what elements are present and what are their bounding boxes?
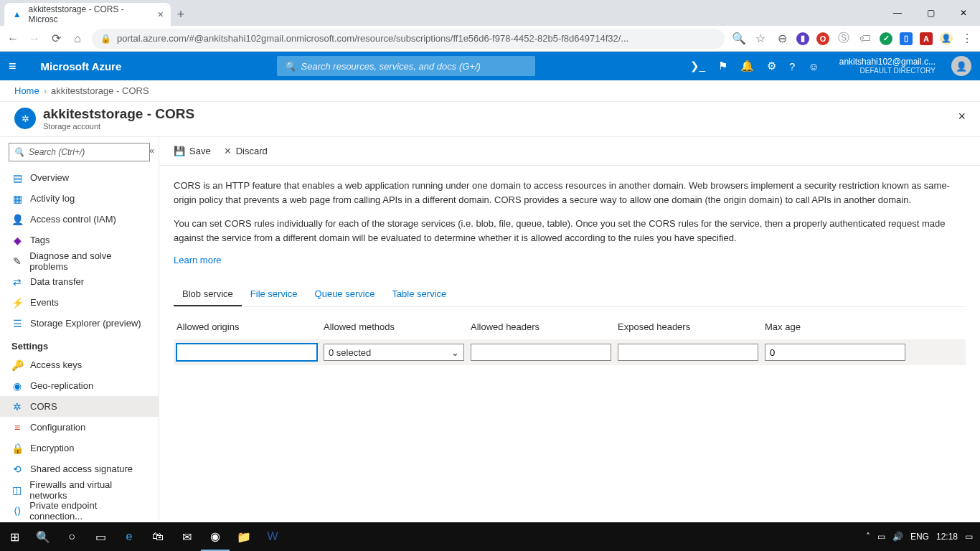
back-icon[interactable]: ← bbox=[6, 32, 20, 45]
sidebar-search-placeholder: Search (Ctrl+/) bbox=[29, 147, 85, 157]
extensions: ⊖ ▮ O Ⓢ 🏷 ✓ ▯ A 👤 ⋮ bbox=[775, 31, 974, 46]
user-email: ankitshahi102@gmail.c... bbox=[839, 57, 936, 67]
sidebar-item-geo-replication[interactable]: ◉Geo-replication bbox=[0, 375, 159, 396]
ext-4-icon[interactable]: ▯ bbox=[900, 32, 913, 45]
settings-icon[interactable]: ⚙ bbox=[767, 60, 776, 72]
sidebar-item-configuration[interactable]: ≡Configuration bbox=[0, 417, 159, 438]
sidebar-item-diagnose-and-solve-problems[interactable]: ✎Diagnose and solve problems bbox=[0, 250, 159, 271]
cloud-shell-icon[interactable]: ❯_ bbox=[690, 60, 705, 72]
user-avatar[interactable]: 👤 bbox=[951, 56, 971, 76]
forward-icon[interactable]: → bbox=[27, 32, 42, 45]
action-center-icon[interactable]: ▭ bbox=[965, 532, 973, 542]
taskbar-search-icon[interactable]: 🔍 bbox=[29, 522, 57, 551]
window-close[interactable]: ✕ bbox=[947, 0, 980, 26]
sidebar-search-input[interactable]: 🔍 Search (Ctrl+/) bbox=[9, 143, 150, 161]
ext-skype-icon[interactable]: Ⓢ bbox=[837, 31, 851, 46]
tab-queue-service[interactable]: Queue service bbox=[306, 283, 384, 306]
allowed-origins-input[interactable] bbox=[176, 344, 317, 361]
ext-3-icon[interactable]: ✓ bbox=[880, 32, 892, 45]
sidebar-item-access-keys[interactable]: 🔑Access keys bbox=[0, 354, 159, 375]
sidebar-item-private-endpoint-connection-[interactable]: ⟨⟩Private endpoint connection... bbox=[0, 500, 159, 520]
taskbar-language[interactable]: ENG bbox=[910, 532, 929, 542]
sidebar-item-overview[interactable]: ▤Overview bbox=[0, 167, 159, 188]
tab-table-service[interactable]: Table service bbox=[383, 283, 455, 306]
word-icon[interactable]: W bbox=[258, 522, 287, 551]
discard-icon: ✕ bbox=[224, 146, 232, 156]
column-header: Allowed headers bbox=[468, 321, 615, 332]
edge-icon[interactable]: e bbox=[115, 522, 143, 551]
taskbar-clock[interactable]: 12:18 bbox=[936, 532, 958, 542]
allowed-methods-select[interactable]: 0 selected ⌄ bbox=[324, 344, 464, 361]
sidebar-item-firewalls-and-virtual-networks[interactable]: ◫Firewalls and virtual networks bbox=[0, 479, 159, 500]
nav-icon: ⚡ bbox=[11, 297, 23, 309]
home-icon[interactable]: ⌂ bbox=[70, 32, 85, 45]
nav-label: Geo-replication bbox=[30, 380, 93, 391]
ext-tag-icon[interactable]: 🏷 bbox=[858, 32, 872, 45]
discard-button[interactable]: ✕ Discard bbox=[224, 146, 268, 156]
explorer-icon[interactable]: 📁 bbox=[230, 522, 258, 551]
breadcrumb-sep: › bbox=[44, 85, 47, 96]
browser-tab[interactable]: ▲ akkiteststorage - CORS - Microsc × bbox=[4, 3, 171, 26]
cors-description-2: You can set CORS rules individually for … bbox=[174, 217, 966, 245]
exposed-headers-input[interactable] bbox=[618, 344, 758, 361]
sidebar-item-cors[interactable]: ✲CORS bbox=[0, 396, 159, 417]
sidebar-item-data-transfer[interactable]: ⇄Data transfer bbox=[0, 271, 159, 292]
nav-label: Data transfer bbox=[30, 276, 84, 287]
blade-close-icon[interactable]: × bbox=[958, 109, 966, 124]
address-bar[interactable]: 🔒 portal.azure.com/#@ankitshahi102gmail.… bbox=[92, 29, 725, 49]
notifications-icon[interactable]: 🔔 bbox=[740, 60, 754, 72]
url-text: portal.azure.com/#@ankitshahi102gmail.on… bbox=[117, 33, 628, 44]
tray-chevron-icon[interactable]: ˄ bbox=[866, 532, 870, 542]
browser-menu-icon[interactable]: ⋮ bbox=[960, 32, 974, 45]
ext-pdf-icon[interactable]: A bbox=[920, 32, 933, 45]
page-title: akkiteststorage - CORS bbox=[43, 106, 194, 122]
new-tab-button[interactable]: + bbox=[171, 3, 191, 26]
ext-2-icon[interactable]: O bbox=[816, 32, 829, 45]
column-header: Allowed origins bbox=[174, 321, 321, 332]
sidebar-item-tags[interactable]: ◆Tags bbox=[0, 230, 159, 250]
sidebar-item-activity-log[interactable]: ▦Activity log bbox=[0, 188, 159, 209]
service-tabs: Blob serviceFile serviceQueue serviceTab… bbox=[174, 283, 966, 307]
cortana-icon[interactable]: ○ bbox=[57, 522, 86, 551]
nav-icon: ≡ bbox=[11, 422, 23, 433]
tab-file-service[interactable]: File service bbox=[242, 283, 306, 306]
window-maximize[interactable]: ▢ bbox=[914, 0, 947, 26]
tab-close-icon[interactable]: × bbox=[158, 9, 164, 20]
tab-blob-service[interactable]: Blob service bbox=[174, 283, 242, 306]
ext-1-icon[interactable]: ▮ bbox=[796, 32, 809, 45]
sidebar-collapse-icon[interactable]: « bbox=[149, 146, 154, 156]
max-age-input[interactable] bbox=[765, 344, 905, 361]
window-minimize[interactable]: — bbox=[881, 0, 914, 26]
azure-search-input[interactable]: 🔍 Search resources, services, and docs (… bbox=[277, 56, 535, 76]
reload-icon[interactable]: ⟳ bbox=[49, 32, 63, 45]
sidebar-item-events[interactable]: ⚡Events bbox=[0, 292, 159, 313]
sidebar-item-access-control-iam-[interactable]: 👤Access control (IAM) bbox=[0, 209, 159, 230]
chrome-icon[interactable]: ◉ bbox=[201, 522, 230, 551]
allowed-headers-input[interactable] bbox=[471, 344, 611, 361]
hamburger-icon[interactable]: ≡ bbox=[9, 59, 17, 74]
task-view-icon[interactable]: ▭ bbox=[86, 522, 115, 551]
volume-icon[interactable]: 🔊 bbox=[892, 532, 903, 542]
start-button[interactable]: ⊞ bbox=[0, 522, 29, 551]
profile-avatar-icon[interactable]: 👤 bbox=[940, 32, 953, 45]
ext-block-icon[interactable]: ⊖ bbox=[775, 32, 789, 45]
sidebar-item-encryption[interactable]: 🔒Encryption bbox=[0, 438, 159, 458]
sidebar-item-shared-access-signature[interactable]: ⟲Shared access signature bbox=[0, 458, 159, 479]
feedback-icon[interactable]: ☺ bbox=[808, 60, 819, 72]
search-placeholder: Search resources, services, and docs (G+… bbox=[301, 61, 481, 72]
help-icon[interactable]: ? bbox=[789, 60, 795, 72]
sidebar-item-storage-explorer-preview-[interactable]: ☰Storage Explorer (preview) bbox=[0, 313, 159, 334]
store-icon[interactable]: 🛍 bbox=[143, 522, 172, 551]
learn-more-link[interactable]: Learn more bbox=[174, 255, 221, 265]
mail-icon[interactable]: ✉ bbox=[172, 522, 201, 551]
zoom-icon[interactable]: 🔍 bbox=[732, 32, 746, 45]
user-info[interactable]: ankitshahi102@gmail.c... DEFAULT DIRECTO… bbox=[839, 57, 936, 75]
star-icon[interactable]: ☆ bbox=[753, 32, 768, 45]
save-button[interactable]: 💾 Save bbox=[174, 146, 211, 156]
battery-icon[interactable]: ▭ bbox=[877, 532, 885, 542]
filter-icon[interactable]: ⚑ bbox=[718, 60, 727, 72]
nav-label: Activity log bbox=[30, 193, 75, 204]
browser-tab-strip: ▲ akkiteststorage - CORS - Microsc × + —… bbox=[0, 0, 980, 26]
azure-logo[interactable]: Microsoft Azure bbox=[41, 60, 122, 72]
breadcrumb-home[interactable]: Home bbox=[14, 85, 39, 96]
